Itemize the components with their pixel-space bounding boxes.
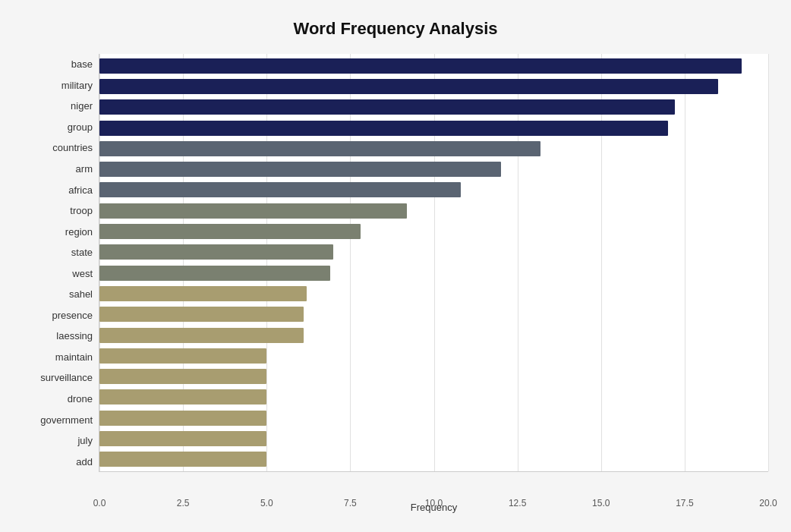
x-tick: 7.5	[344, 498, 357, 508]
y-axis: basemilitarynigergroupcountriesarmafrica…	[23, 54, 99, 472]
bar-row	[99, 264, 768, 282]
bar	[99, 411, 266, 426]
bar	[99, 266, 330, 281]
bar-row	[99, 430, 768, 448]
bar	[99, 121, 668, 136]
bar-row	[99, 222, 768, 241]
y-label: base	[71, 55, 93, 74]
y-label: surveillance	[40, 368, 93, 388]
y-label: region	[65, 222, 93, 241]
y-label: niger	[71, 96, 93, 116]
bar-row	[99, 77, 768, 96]
y-label: arm	[76, 159, 93, 179]
bar-row	[99, 305, 768, 323]
y-label: state	[71, 243, 93, 263]
x-tick: 5.0	[260, 498, 273, 508]
bar	[99, 141, 540, 156]
y-label: presence	[52, 305, 93, 325]
y-label: sahel	[69, 285, 93, 304]
y-label: group	[68, 117, 93, 137]
y-label: drone	[68, 389, 93, 409]
grid-line	[768, 54, 769, 471]
y-label: troop	[70, 201, 93, 221]
x-tick: 15.0	[592, 498, 610, 508]
x-axis-label: Frequency	[411, 502, 457, 513]
chart-area: basemilitarynigergroupcountriesarmafrica…	[23, 54, 768, 472]
bar	[99, 162, 501, 177]
chart-container: Word Frequency Analysis basemilitarynige…	[0, 0, 791, 532]
x-tick: 17.5	[676, 498, 693, 508]
bar	[99, 244, 333, 260]
bar-row	[99, 388, 768, 406]
bar	[99, 203, 407, 219]
bar	[99, 286, 307, 301]
y-label: government	[40, 410, 93, 430]
y-label: add	[76, 452, 93, 471]
bar-row	[99, 367, 768, 386]
bar	[99, 58, 742, 74]
bar	[99, 328, 304, 343]
y-label: military	[61, 75, 93, 95]
y-label: maintain	[55, 347, 93, 367]
bar	[99, 307, 304, 322]
chart-title: Word Frequency Analysis	[23, 15, 768, 39]
bar-row	[99, 347, 768, 365]
bar	[99, 182, 461, 197]
y-label: west	[72, 263, 93, 283]
y-label: countries	[52, 138, 93, 158]
x-tick: 20.0	[759, 498, 777, 508]
bar	[99, 79, 718, 94]
bar	[99, 99, 675, 115]
bar-row	[99, 57, 768, 75]
bar-row	[99, 160, 768, 178]
y-label: laessing	[56, 326, 93, 346]
bar	[99, 452, 266, 467]
bar	[99, 348, 266, 364]
bar-row	[99, 450, 768, 468]
bar-row	[99, 243, 768, 261]
bar-row	[99, 181, 768, 199]
bar-row	[99, 326, 768, 345]
bar-row	[99, 202, 768, 220]
bar-row	[99, 285, 768, 303]
bar-row	[99, 140, 768, 158]
plot-area: 0.02.55.07.510.012.515.017.520.0 Frequen…	[99, 54, 768, 472]
y-label: july	[77, 431, 93, 451]
bar	[99, 224, 361, 239]
y-label: africa	[68, 180, 93, 200]
bar-row	[99, 409, 768, 427]
bar-row	[99, 98, 768, 116]
bar	[99, 431, 266, 446]
bar	[99, 389, 266, 405]
bar	[99, 369, 266, 384]
x-tick: 0.0	[93, 498, 106, 508]
x-tick: 12.5	[509, 498, 526, 508]
x-tick: 2.5	[177, 498, 190, 508]
bar-row	[99, 119, 768, 137]
